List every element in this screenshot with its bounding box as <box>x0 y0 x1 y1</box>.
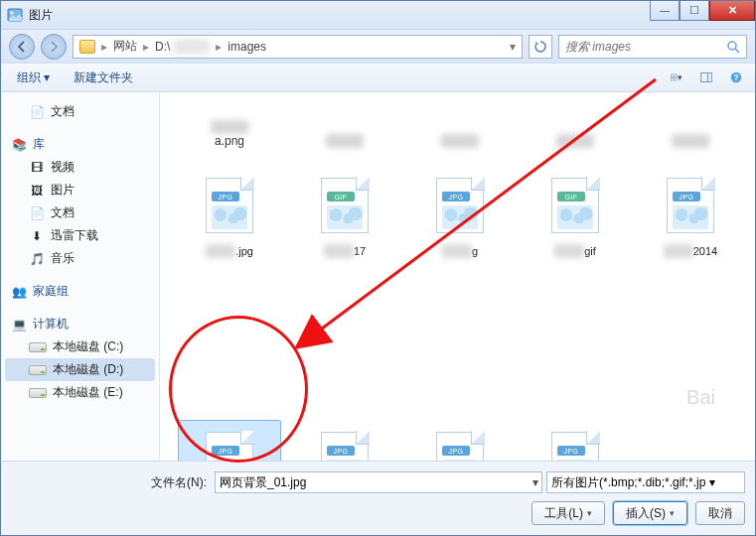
file-type-icon: GIF <box>551 178 599 233</box>
file-type-icon: JPG <box>667 178 714 233</box>
maximize-button[interactable] <box>680 1 709 21</box>
refresh-button[interactable] <box>529 35 552 59</box>
computer-icon: 💻 <box>11 317 27 333</box>
sidebar: 📄文档 📚库 🎞视频 🖼图片 📄文档 ⬇迅雷下载 🎵音乐 👥家庭组 💻计算机 本… <box>1 92 160 461</box>
tools-button[interactable]: 工具(L)▾ <box>531 501 605 525</box>
cancel-button[interactable]: 取消 <box>695 501 745 525</box>
download-icon: ⬇ <box>29 228 45 244</box>
toolbar: 组织 ▾ 新建文件夹 ▾ ? <box>1 63 755 92</box>
sidebar-item-video[interactable]: 🎞视频 <box>5 156 155 179</box>
organize-button[interactable]: 组织 ▾ <box>11 67 56 89</box>
file-type-icon: JPG <box>321 432 369 461</box>
svg-rect-6 <box>671 77 674 80</box>
sidebar-item-xunlei[interactable]: ⬇迅雷下载 <box>5 224 155 247</box>
search-icon <box>726 40 740 54</box>
file-filter-dropdown[interactable]: 所有图片(*.bmp;*.dib;*.gif;*.jp ▾ <box>546 471 745 493</box>
nav-row: ▸ 网站 ▸ D:\ xxxxxx ▸ images ▾ <box>1 29 755 63</box>
folder-icon <box>79 40 95 54</box>
file-item[interactable]: JPG 网页背景_01.jpg <box>178 420 281 461</box>
drive-icon <box>29 388 47 398</box>
breadcrumb[interactable]: D:\ <box>155 40 170 54</box>
breadcrumb[interactable]: 网站 <box>113 38 137 55</box>
sidebar-item-documents2[interactable]: 📄文档 <box>5 201 155 224</box>
preview-pane-button[interactable] <box>697 68 715 86</box>
svg-text:?: ? <box>733 72 739 82</box>
filename-label: 文件名(N): <box>151 474 207 491</box>
file-item[interactable]: JPG 网页背景_02.jpg <box>293 420 396 461</box>
file-item[interactable]: GIF xxxxxgif <box>524 166 627 293</box>
svg-rect-4 <box>671 74 674 77</box>
file-pane[interactable]: xxxxxa.png xxxxx xxxxx xxxxx xxxxx JPG x… <box>160 92 755 461</box>
window-title: 图片 <box>29 7 53 24</box>
document-icon: 📄 <box>29 104 45 120</box>
view-button[interactable]: ▾ <box>668 68 685 86</box>
sidebar-item-music[interactable]: 🎵音乐 <box>5 247 155 270</box>
main-area: 📄文档 📚库 🎞视频 🖼图片 📄文档 ⬇迅雷下载 🎵音乐 👥家庭组 💻计算机 本… <box>1 92 755 461</box>
file-item[interactable]: JPG xxxxx.jpg <box>178 166 281 293</box>
file-type-icon: JPG <box>206 432 253 461</box>
drive-icon <box>29 342 47 352</box>
insert-button[interactable]: 插入(S)▾ <box>613 501 687 525</box>
file-label: a.png <box>215 134 244 148</box>
search-input[interactable] <box>565 40 726 54</box>
file-item[interactable]: GIF xxxxx17 <box>293 166 396 293</box>
video-icon: 🎞 <box>29 160 45 176</box>
help-button[interactable]: ? <box>727 68 745 86</box>
file-item[interactable]: JPG 网页背景_04.jpg <box>524 420 627 461</box>
file-type-icon: JPG <box>206 178 253 233</box>
library-icon: 📚 <box>11 137 27 153</box>
svg-point-2 <box>728 42 736 50</box>
breadcrumb[interactable]: images <box>227 40 266 54</box>
file-dialog-window: 图片 ▸ 网站 ▸ D:\ xxxxxx ▸ images ▾ 组织 <box>0 0 756 536</box>
document-icon: 📄 <box>29 205 45 221</box>
sidebar-item-drive-d[interactable]: 本地磁盘 (D:) <box>5 358 155 381</box>
file-type-icon: JPG <box>551 432 599 461</box>
titlebar: 图片 <box>1 1 755 29</box>
sidebar-item-drive-c[interactable]: 本地磁盘 (C:) <box>5 335 155 358</box>
file-item[interactable]: JPG xxxxxg <box>408 166 512 293</box>
filename-input[interactable] <box>215 471 542 493</box>
file-type-icon: JPG <box>436 432 484 461</box>
new-folder-button[interactable]: 新建文件夹 <box>68 67 139 89</box>
back-button[interactable] <box>9 34 35 60</box>
svg-rect-8 <box>701 73 712 82</box>
sidebar-item-pictures[interactable]: 🖼图片 <box>5 179 155 201</box>
sidebar-header-computer[interactable]: 💻计算机 <box>5 313 155 335</box>
watermark: Bai <box>686 386 715 409</box>
file-item[interactable]: JPG xxxxx2014 <box>639 166 742 293</box>
sidebar-item-documents[interactable]: 📄文档 <box>5 100 155 123</box>
forward-button[interactable] <box>41 34 67 60</box>
sidebar-header-library[interactable]: 📚库 <box>5 133 155 156</box>
search-box[interactable] <box>558 35 747 59</box>
svg-line-3 <box>735 49 739 53</box>
homegroup-icon: 👥 <box>11 284 27 300</box>
pictures-icon: 🖼 <box>29 183 45 199</box>
file-item[interactable]: JPG 网页背景_03.jpg <box>408 420 512 461</box>
close-button[interactable] <box>709 1 755 21</box>
music-icon: 🎵 <box>29 251 45 267</box>
svg-point-1 <box>11 12 14 15</box>
drive-icon <box>29 365 47 375</box>
bottom-bar: 文件名(N): ▾ 所有图片(*.bmp;*.dib;*.gif;*.jp ▾ … <box>1 461 755 535</box>
sidebar-item-drive-e[interactable]: 本地磁盘 (E:) <box>5 381 155 404</box>
file-type-icon: GIF <box>321 178 369 233</box>
sidebar-header-homegroup[interactable]: 👥家庭组 <box>5 280 155 303</box>
file-type-icon: JPG <box>436 178 484 233</box>
minimize-button[interactable] <box>650 1 680 21</box>
address-bar[interactable]: ▸ 网站 ▸ D:\ xxxxxx ▸ images ▾ <box>73 35 523 59</box>
app-icon <box>7 7 23 23</box>
